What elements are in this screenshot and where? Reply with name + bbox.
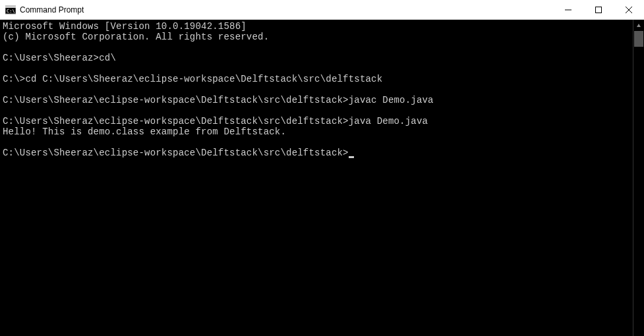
terminal-line: C:\>cd C:\Users\Sheeraz\eclipse-workspac… bbox=[3, 74, 630, 84]
scroll-up-arrow-icon[interactable] bbox=[633, 20, 644, 31]
terminal-line: C:\Users\Sheeraz>cd\ bbox=[3, 53, 630, 63]
minimize-button[interactable] bbox=[553, 0, 583, 20]
terminal-line: C:\Users\Sheeraz\eclipse-workspace\Delft… bbox=[3, 116, 630, 126]
terminal-line bbox=[3, 63, 630, 74]
svg-rect-4 bbox=[596, 7, 602, 13]
terminal-line: Hello! This is demo.class example from D… bbox=[3, 126, 630, 137]
maximize-button[interactable] bbox=[583, 0, 614, 20]
window-controls bbox=[553, 0, 644, 19]
cursor-icon bbox=[349, 156, 354, 158]
terminal-line: Microsoft Windows [Version 10.0.19042.15… bbox=[3, 21, 630, 32]
terminal-line: C:\Users\Sheeraz\eclipse-workspace\Delft… bbox=[3, 148, 630, 158]
terminal-line bbox=[3, 84, 630, 95]
titlebar: C:\ Command Prompt bbox=[0, 0, 644, 20]
terminal-line bbox=[3, 42, 630, 53]
terminal-wrapper: Microsoft Windows [Version 10.0.19042.15… bbox=[0, 20, 644, 336]
cmd-icon: C:\ bbox=[5, 5, 16, 15]
svg-rect-1 bbox=[5, 6, 16, 8]
terminal-line: (c) Microsoft Corporation. All rights re… bbox=[3, 32, 630, 42]
svg-text:C:\: C:\ bbox=[7, 9, 15, 14]
scrollbar-track[interactable] bbox=[633, 20, 644, 336]
svg-marker-7 bbox=[637, 24, 641, 27]
terminal-content[interactable]: Microsoft Windows [Version 10.0.19042.15… bbox=[0, 20, 633, 336]
scrollbar-thumb[interactable] bbox=[634, 31, 643, 47]
window-title: Command Prompt bbox=[20, 5, 553, 14]
close-button[interactable] bbox=[614, 0, 644, 20]
terminal-line: C:\Users\Sheeraz\eclipse-workspace\Delft… bbox=[3, 95, 630, 105]
terminal-line bbox=[3, 137, 630, 148]
terminal-line bbox=[3, 105, 630, 116]
